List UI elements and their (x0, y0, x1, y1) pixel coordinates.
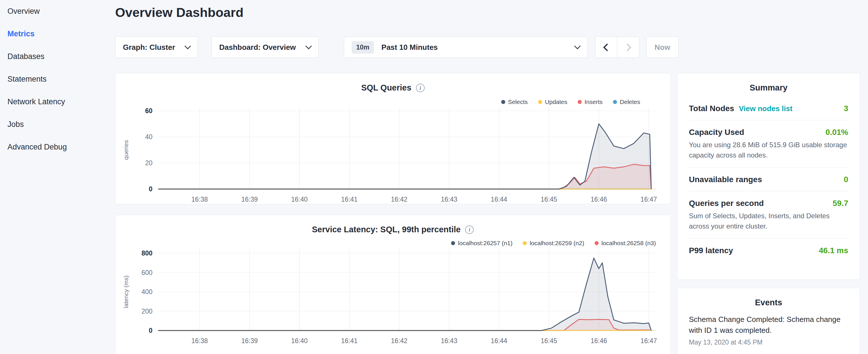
chart-svg-1: 020040060080016:3816:3916:4016:4116:4216… (116, 215, 671, 354)
svg-text:16:40: 16:40 (291, 337, 308, 345)
svg-text:16:42: 16:42 (391, 337, 407, 345)
summary-panel: Summary Total NodesView nodes list3Capac… (677, 73, 860, 280)
sidebar-item-metrics[interactable]: Metrics (7, 23, 112, 45)
svg-text:0: 0 (149, 327, 152, 334)
legend-item[interactable]: Selects (501, 99, 528, 105)
svg-text:16:38: 16:38 (191, 196, 208, 203)
sql-queries-chart-card: 020406016:3816:3916:4016:4116:4216:4316:… (115, 73, 671, 204)
chart-title: SQL Queries (361, 83, 411, 93)
svg-text:400: 400 (142, 288, 152, 296)
svg-text:40: 40 (145, 133, 152, 141)
sidebar-item-statements[interactable]: Statements (7, 68, 112, 91)
legend-label: localhost:26258 (n3) (601, 240, 656, 247)
svg-text:800: 800 (142, 250, 152, 257)
events-panel: Events Schema Change Completed: Schema c… (677, 288, 860, 354)
svg-text:16:41: 16:41 (341, 337, 358, 345)
summary-label: Capacity Used (689, 128, 744, 137)
svg-text:queries: queries (123, 140, 129, 160)
time-window-badge: 10m (351, 41, 374, 54)
summary-description: You are using 28.6 MiB of 515.9 GiB usab… (689, 140, 848, 160)
summary-value: 46.1 ms (819, 246, 848, 255)
sidebar-item-overview[interactable]: Overview (7, 0, 112, 23)
sidebar-item-network-latency[interactable]: Network Latency (7, 91, 112, 113)
chart-svg-0: 020406016:3816:3916:4016:4116:4216:4316:… (116, 73, 671, 204)
legend-dot (578, 100, 582, 104)
legend-item[interactable]: Inserts (578, 99, 602, 105)
chevron-down-icon (306, 43, 312, 50)
time-window-picker[interactable]: 10m Past 10 Minutes (344, 37, 587, 58)
legend-label: Deletes (620, 99, 640, 105)
sidebar-nav: OverviewMetricsDatabasesStatementsNetwor… (0, 0, 112, 158)
summary-value: 3 (844, 104, 848, 113)
svg-text:16:46: 16:46 (591, 196, 607, 203)
summary-label: Unavailable ranges (689, 175, 762, 184)
svg-text:16:47: 16:47 (641, 337, 657, 345)
info-icon[interactable] (465, 225, 474, 234)
svg-text:16:39: 16:39 (241, 337, 258, 345)
summary-row: Total NodesView nodes list3 (689, 97, 848, 120)
view-nodes-link[interactable]: View nodes list (739, 104, 792, 113)
page-title: Overview Dashboard (115, 5, 244, 20)
event-timestamp: May 13, 2020 at 4:45 PM (689, 339, 848, 346)
legend-item[interactable]: Deletes (613, 99, 640, 105)
now-button[interactable]: Now (646, 37, 679, 58)
dashboard-dropdown[interactable]: Dashboard: Overview (212, 37, 319, 58)
svg-text:200: 200 (142, 308, 152, 315)
summary-row: Unavailable ranges0 (689, 167, 848, 191)
summary-value: 59.7 (833, 199, 848, 208)
graph-dropdown[interactable]: Graph: Cluster (115, 37, 198, 58)
time-pager (595, 37, 639, 58)
summary-description: Sum of Selects, Updates, Inserts, and De… (689, 211, 848, 231)
chart-title: Service Latency: SQL, 99th percentile (312, 225, 461, 234)
svg-text:16:42: 16:42 (391, 196, 407, 203)
legend-dot (501, 100, 505, 104)
events-list: Schema Change Completed: Schema change w… (689, 314, 848, 346)
legend-dot (538, 100, 542, 104)
summary-value: 0.01% (826, 128, 848, 137)
legend-label: Updates (545, 99, 567, 105)
sidebar-item-databases[interactable]: Databases (7, 45, 112, 68)
svg-text:16:45: 16:45 (541, 196, 557, 203)
svg-text:latency (ms): latency (ms) (123, 276, 129, 308)
summary-row: Queries per second59.7Sum of Selects, Up… (689, 191, 848, 238)
svg-text:16:44: 16:44 (491, 337, 507, 345)
chevron-down-icon (574, 43, 581, 50)
summary-row: Capacity Used0.01%You are using 28.6 MiB… (689, 120, 848, 167)
svg-text:20: 20 (145, 159, 152, 167)
legend-item[interactable]: localhost:26257 (n1) (451, 240, 513, 247)
svg-text:16:44: 16:44 (491, 196, 507, 203)
event-item: Schema Change Completed: Schema change w… (689, 314, 848, 346)
svg-text:16:40: 16:40 (291, 196, 308, 203)
legend-dot (523, 241, 527, 245)
info-icon[interactable] (416, 84, 425, 92)
summary-title: Summary (689, 73, 848, 93)
legend-dot (451, 241, 455, 245)
svg-text:16:43: 16:43 (441, 196, 458, 203)
sidebar-item-advanced-debug[interactable]: Advanced Debug (7, 136, 112, 158)
legend-item[interactable]: localhost:26259 (n2) (523, 240, 584, 247)
legend-item[interactable]: Updates (538, 99, 567, 105)
svg-text:60: 60 (145, 107, 152, 115)
graph-dropdown-label: Graph: Cluster (123, 43, 175, 52)
chart-legend-0: SelectsUpdatesInsertsDeletes (501, 99, 640, 105)
legend-item[interactable]: localhost:26258 (n3) (595, 240, 656, 247)
dashboard-dropdown-label: Dashboard: Overview (219, 43, 296, 52)
chart-legend-1: localhost:26257 (n1)localhost:26259 (n2)… (451, 240, 656, 247)
chevron-left-icon (603, 43, 611, 51)
legend-label: Inserts (585, 99, 602, 105)
summary-label: P99 latency (689, 246, 733, 255)
chevron-down-icon (185, 43, 191, 50)
legend-dot (613, 100, 617, 104)
time-forward-button[interactable] (617, 37, 639, 58)
legend-label: Selects (508, 99, 528, 105)
chevron-right-icon (624, 43, 631, 51)
sidebar-item-jobs[interactable]: Jobs (7, 113, 112, 136)
svg-text:16:41: 16:41 (341, 196, 358, 203)
event-text: Schema Change Completed: Schema change w… (689, 314, 848, 336)
svg-text:0: 0 (149, 185, 152, 193)
chart-title-row: SQL Queries (116, 83, 670, 93)
svg-text:16:47: 16:47 (641, 196, 657, 203)
svg-text:600: 600 (142, 269, 152, 277)
service-latency-chart-card: 020040060080016:3816:3916:4016:4116:4216… (115, 215, 671, 354)
time-backward-button[interactable] (595, 37, 617, 58)
